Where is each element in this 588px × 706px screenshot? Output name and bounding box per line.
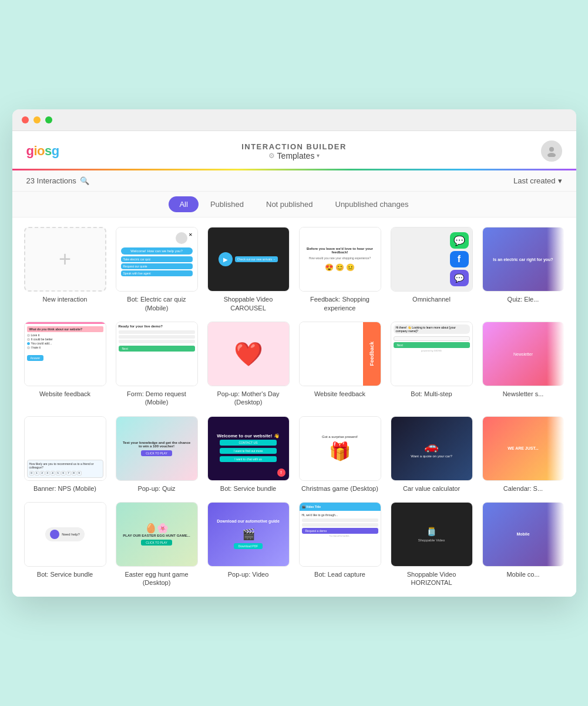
card-form-demo[interactable]: Ready for your live demo? Next Form: Dem…: [116, 322, 198, 407]
card-label-mothers-day: Pop-up: Mother's Day (Desktop): [207, 390, 290, 407]
card-label-feedback-shopping: Feedback: Shopping experience: [299, 295, 381, 312]
card-lead-capture[interactable]: 🎬 Video Title Hi, we'd like to go throug…: [299, 502, 381, 587]
card-label-website-feedback-2: Website feedback: [314, 390, 365, 398]
card-label-bot-multi: Bot: Multi-step: [411, 390, 452, 398]
card-omnichannel[interactable]: 💬 f 💬 Omnichannel: [391, 227, 473, 312]
tab-published[interactable]: Published: [200, 196, 254, 212]
card-shoppable-carousel[interactable]: ▶ Check out our new arrivals → Shoppable…: [207, 227, 290, 312]
interactions-count: 23 Interactions 🔍: [26, 176, 89, 185]
window-maximize-dot[interactable]: [45, 116, 52, 123]
card-label-shoppable-horizontal: Shoppable Video HORIZONTAL: [391, 570, 473, 587]
sort-chevron-icon: ▾: [558, 176, 562, 185]
window-close-dot[interactable]: [22, 116, 29, 123]
header: giosg INTERACTION BUILDER ⚙ Templates ▾: [12, 131, 576, 162]
card-label-mobile-co: Mobile co...: [506, 570, 539, 578]
card-quiz-electric[interactable]: Is an electric car right for you? Quiz: …: [482, 227, 565, 312]
card-label-easter-egg: Easter egg hunt game (Desktop): [116, 570, 198, 587]
card-label-bot-electric-car: Bot: Electric car quiz (Mobile): [116, 295, 198, 312]
grid-container: + New interaction ✕ Welcome! How can we …: [12, 218, 576, 596]
card-bot-multi[interactable]: Hi there! 👋 Looking to learn more about …: [391, 322, 473, 407]
logo: giosg: [26, 143, 59, 159]
card-popup-video[interactable]: Download our automotive guide 🎬 Download…: [207, 502, 290, 587]
header-center: INTERACTION BUILDER ⚙ Templates ▾: [241, 142, 347, 160]
card-new-interaction[interactable]: + New interaction: [24, 227, 106, 312]
sort-dropdown[interactable]: Last created ▾: [513, 176, 562, 185]
card-popup-quiz[interactable]: Test your knowledge and get the chance t…: [116, 416, 198, 493]
search-icon[interactable]: 🔍: [80, 176, 89, 185]
titlebar: [12, 109, 576, 131]
card-label-service-bundle-1: Bot: Service bundle: [220, 484, 276, 493]
card-easter-egg[interactable]: 🥚🌸 PLAY OUR EASTER EGG HUNT GAME... CLIC…: [116, 502, 198, 587]
window-minimize-dot[interactable]: [33, 116, 41, 123]
card-christmas[interactable]: Got a surprise present! 🎁 Christmas game…: [299, 416, 381, 493]
card-mobile-co[interactable]: Mobile Mobile co...: [482, 502, 565, 587]
card-feedback-shopping[interactable]: Before you leave we'd love to hear your …: [299, 227, 381, 312]
card-mothers-day[interactable]: ❤️ Pop-up: Mother's Day (Desktop): [207, 322, 290, 407]
app-window: giosg INTERACTION BUILDER ⚙ Templates ▾: [12, 109, 576, 596]
tab-not-published[interactable]: Not published: [256, 196, 324, 212]
chevron-down-icon: ▾: [317, 152, 320, 159]
card-label-popup-quiz: Pop-up: Quiz: [137, 484, 175, 493]
toolbar: 23 Interactions 🔍 Last created ▾: [12, 170, 576, 192]
card-label-bot-service-2: Bot: Service bundle: [37, 570, 93, 578]
templates-label: Templates: [277, 151, 315, 160]
card-bot-service-2[interactable]: Need help? Bot: Service bundle: [24, 502, 106, 587]
plus-icon: +: [59, 247, 71, 272]
card-label-lead-capture: Bot: Lead capture: [314, 570, 365, 578]
card-banner-nps[interactable]: How likely are you to recommend us to a …: [24, 416, 106, 493]
card-label-christmas: Christmas game (Desktop): [301, 484, 378, 493]
card-label-popup-video: Pop-up: Video: [228, 570, 269, 578]
card-newsletter[interactable]: Newsletter Newsletter s...: [482, 322, 565, 407]
app-title: INTERACTION BUILDER: [241, 142, 347, 151]
card-label-newsletter: Newsletter s...: [503, 390, 544, 398]
card-bot-electric-car[interactable]: ✕ Welcome! How can we help you? Take ele…: [116, 227, 198, 312]
templates-dropdown[interactable]: ⚙ Templates ▾: [241, 151, 347, 160]
card-label-new: New interaction: [43, 295, 88, 303]
sort-label: Last created: [513, 176, 556, 185]
card-label-car-value: Car value calculator: [403, 484, 460, 493]
card-label-website-feedback-1: Website feedback: [39, 390, 90, 398]
card-calendar[interactable]: WE ARE JUST... Calendar: S...: [482, 416, 565, 493]
tab-unpublished-changes[interactable]: Unpublished changes: [325, 196, 419, 212]
card-label-banner-nps: Banner: NPS (Mobile): [33, 484, 96, 493]
card-label-shoppable-carousel: Shoppable Video CAROUSEL: [207, 295, 290, 312]
card-service-bundle-1[interactable]: Welcome to our website! 👋 CONTACT US I w…: [207, 416, 290, 493]
svg-point-0: [549, 147, 554, 152]
card-label-form-demo: Form: Demo request (Mobile): [116, 390, 198, 407]
gear-icon: ⚙: [268, 152, 275, 160]
card-label-calendar: Calendar: S...: [503, 484, 543, 493]
avatar[interactable]: [541, 140, 562, 162]
svg-point-1: [547, 153, 556, 157]
cards-grid: + New interaction ✕ Welcome! How can we …: [24, 227, 565, 587]
count-label: 23 Interactions: [26, 176, 76, 185]
filter-tabs: All Published Not published Unpublished …: [12, 192, 576, 218]
card-shoppable-horizontal[interactable]: 🫙 Shoppable Video Shoppable Video HORIZO…: [391, 502, 473, 587]
card-website-feedback-1[interactable]: What do you think about our website? Lov…: [24, 322, 106, 407]
app-body: giosg INTERACTION BUILDER ⚙ Templates ▾: [12, 131, 576, 596]
card-website-feedback-2[interactable]: Feedback Website feedback: [299, 322, 381, 407]
card-car-value[interactable]: 🚗 Want a quote on your car? Car value ca…: [391, 416, 473, 493]
tab-all[interactable]: All: [169, 196, 198, 212]
card-label-quiz-electric: Quiz: Ele...: [508, 295, 539, 303]
card-label-omnichannel: Omnichannel: [412, 295, 451, 303]
